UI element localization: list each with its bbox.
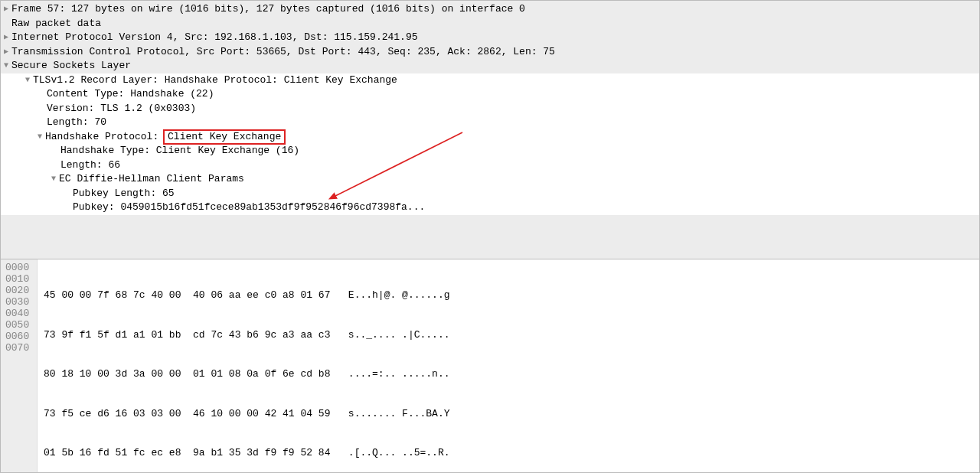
tree-row-handshake-type[interactable]: Handshake Type: Client Key Exchange (16) <box>1 144 979 158</box>
raw-packet-label: Raw packet data <box>11 17 101 31</box>
hex-offset: 0050 <box>5 318 32 330</box>
collapse-toggle-icon[interactable]: ▼ <box>22 75 33 86</box>
tree-row-ip[interactable]: ▶ Internet Protocol Version 4, Src: 192.… <box>1 31 979 45</box>
packet-bytes-pane[interactable]: 0000 0010 0020 0030 0040 0050 0060 0070 … <box>1 259 979 472</box>
hex-offset: 0000 <box>5 261 32 272</box>
tree-row-raw[interactable]: Raw packet data <box>1 17 979 31</box>
ssl-label: Secure Sockets Layer <box>11 59 131 73</box>
collapse-toggle-icon[interactable]: ▼ <box>1 60 11 71</box>
toggle-placeholder <box>1 18 11 29</box>
tree-row-tcp[interactable]: ▶ Transmission Control Protocol, Src Por… <box>1 45 979 60</box>
handshake-type-label: Handshake Type: Client Key Exchange (16) <box>60 144 299 158</box>
collapse-toggle-icon[interactable]: ▼ <box>48 174 59 184</box>
ecdh-label: EC Diffie-Hellman Client Params <box>59 172 244 186</box>
frame-label: Frame 57: 127 bytes on wire (1016 bits),… <box>11 2 525 16</box>
hex-offset-column: 0000 0010 0020 0030 0040 0050 0060 0070 <box>1 259 38 472</box>
handshake-prefix: Handshake Protocol: <box>45 130 165 144</box>
version-label: Version: TLS 1.2 (0x0303) <box>47 102 196 116</box>
tree-row-content-type[interactable]: Content Type: Handshake (22) <box>1 87 979 102</box>
hex-offset: 0020 <box>5 284 32 295</box>
hex-line: 01 5b 16 fd 51 fc ec e8 9a b1 35 3d f9 f… <box>44 446 450 458</box>
expand-toggle-icon[interactable]: ▶ <box>1 4 11 15</box>
content-type-label: Content Type: Handshake (22) <box>47 87 214 101</box>
collapse-toggle-icon[interactable]: ▼ <box>34 132 45 142</box>
tree-row-ssl[interactable]: ▼ Secure Sockets Layer <box>1 59 979 73</box>
ip-label: Internet Protocol Version 4, Src: 192.16… <box>11 31 418 44</box>
hex-offset: 0060 <box>5 330 32 341</box>
tree-row-handshake-protocol[interactable]: ▼ Handshake Protocol: Client Key Exchang… <box>1 130 979 145</box>
packet-details-tree[interactable]: ▶ Frame 57: 127 bytes on wire (1016 bits… <box>1 1 979 259</box>
length66-label: Length: 66 <box>60 158 120 172</box>
hex-dump-body[interactable]: 45 00 00 7f 68 7c 40 00 40 06 aa ee c0 a… <box>38 259 456 472</box>
tree-row-length70[interactable]: Length: 70 <box>1 116 979 130</box>
tree-row-ecdh[interactable]: ▼ EC Diffie-Hellman Client Params <box>1 172 979 187</box>
pubkey-label: Pubkey: 0459015b16fd51fcece89ab1353df9f9… <box>73 201 425 214</box>
hex-line: 73 9f f1 5f d1 a1 01 bb cd 7c 43 b6 9c a… <box>44 328 450 340</box>
hex-offset: 0040 <box>5 307 32 318</box>
tree-row-pubkey-length[interactable]: Pubkey Length: 65 <box>1 187 979 201</box>
record-layer-label: TLSv1.2 Record Layer: Handshake Protocol… <box>33 73 397 87</box>
pubkey-length-label: Pubkey Length: 65 <box>73 187 175 201</box>
hex-line: 73 f5 ce d6 16 03 03 00 46 10 00 00 42 4… <box>44 407 450 419</box>
tree-row-version[interactable]: Version: TLS 1.2 (0x0303) <box>1 102 979 116</box>
tree-row-frame[interactable]: ▶ Frame 57: 127 bytes on wire (1016 bits… <box>1 2 979 17</box>
hex-line: 80 18 10 00 3d 3a 00 00 01 01 08 0a 0f 6… <box>44 367 450 379</box>
expand-toggle-icon[interactable]: ▶ <box>1 47 11 57</box>
tree-row-pubkey[interactable]: Pubkey: 0459015b16fd51fcece89ab1353df9f9… <box>1 201 979 215</box>
hex-offset: 0070 <box>5 341 32 353</box>
tcp-label: Transmission Control Protocol, Src Port:… <box>11 45 555 59</box>
length70-label: Length: 70 <box>47 116 106 129</box>
hex-offset: 0010 <box>5 272 32 284</box>
tree-row-length66[interactable]: Length: 66 <box>1 158 979 173</box>
hex-line: 45 00 00 7f 68 7c 40 00 40 06 aa ee c0 a… <box>44 289 450 300</box>
tree-row-record-layer[interactable]: ▼ TLSv1.2 Record Layer: Handshake Protoc… <box>1 73 979 88</box>
client-key-exchange-highlight: Client Key Exchange <box>163 129 286 145</box>
expand-toggle-icon[interactable]: ▶ <box>1 32 11 43</box>
hex-offset: 0030 <box>5 295 32 307</box>
